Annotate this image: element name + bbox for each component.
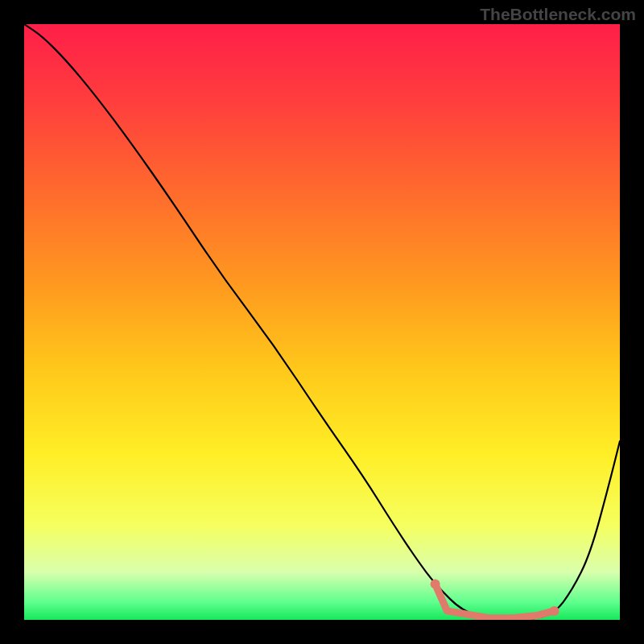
- gradient-rect: [24, 24, 620, 620]
- watermark-text: TheBottleneck.com: [480, 5, 636, 24]
- plot-area: [24, 24, 620, 620]
- svg-point-0: [431, 580, 440, 589]
- chart-svg: [24, 24, 620, 620]
- svg-point-1: [550, 606, 559, 616]
